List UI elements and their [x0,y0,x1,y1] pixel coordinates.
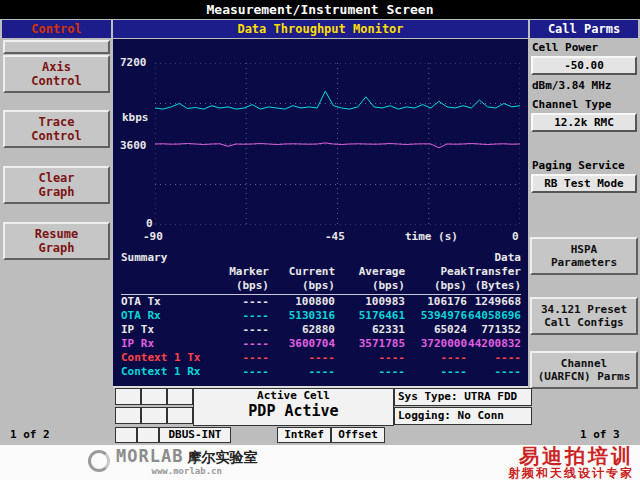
annunciator-box [137,427,159,443]
throughput-graph-panel: 7200 kbps 3600 0 -90 -45 time (s) 0 Summ… [113,39,528,388]
row-average: 5176461 [335,309,405,323]
table-header-row: Summary Marker (bps) Current (bps) Avera… [121,251,521,295]
channel-uarfcn-parms-button[interactable]: Channel (UARFCN) Parms [530,351,638,389]
row-transfer: 1249668 [467,295,521,309]
table-row: Context 1 Tx ---- ---- ---- ---- ---- [121,351,521,365]
hspa-parameters-button[interactable]: HSPA Parameters [530,237,638,275]
table-row: IP Tx ---- 62880 62331 65024 771352 [121,323,521,337]
row-peak: ---- [405,351,467,365]
channel-type-label: Channel Type [532,98,611,111]
morlab-logo-icon [88,450,110,472]
morlab-watermark: MORLAB 摩尔实验室 www.morlab.cn [88,447,257,477]
sys-type-box: Sys Type: UTRA FDD [394,388,532,406]
annunciator-box [115,388,141,405]
watermark-strip: MORLAB 摩尔实验室 www.morlab.cn 易迪拍培训 射频和天线设计… [0,445,640,480]
red-watermark: 易迪拍培训 射频和天线设计专家 [508,446,634,480]
row-marker: ---- [219,365,269,379]
annunciator-box [167,388,193,405]
row-current: ---- [269,351,335,365]
x-tick-0: 0 [512,231,519,243]
average-header: Average (bps) [335,265,405,293]
row-current: ---- [269,365,335,379]
y-tick-0: 0 [146,218,153,230]
red-watermark-line1: 易迪拍培训 [508,446,634,467]
resume-graph-button[interactable]: Resume Graph [3,222,110,260]
row-average: 62331 [335,323,405,337]
throughput-plot [155,63,520,225]
morlab-chinese-name: 摩尔实验室 [187,448,257,466]
y-tick-7200: 7200 [120,57,147,69]
annunciator-box [115,407,141,424]
summary-header: Summary [121,251,219,265]
row-marker: ---- [219,309,269,323]
row-transfer: 44200832 [467,337,521,351]
morlab-url: www.morlab.cn [116,466,257,477]
row-average: ---- [335,365,405,379]
channel-type-value[interactable]: 12.2k RMC [531,113,637,132]
marker-header: Marker (bps) [219,265,269,293]
left-page-indicator: 1 of 2 [10,428,50,441]
row-average: 3571785 [335,337,405,351]
morlab-name: MORLAB [116,447,183,465]
left-menu-header: Control [2,20,111,38]
paging-service-label: Paging Service [532,159,625,172]
screen-title: Measurement/Instrument Screen [0,0,640,19]
plot-area [155,63,520,225]
monitor-title: Data Throughput Monitor [113,20,528,38]
axis-control-button[interactable]: Axis Control [3,55,110,93]
row-peak: 65024 [405,323,467,337]
pdp-state: PDP Active [194,402,393,421]
row-peak: 5394976 [405,309,467,323]
cell-power-value[interactable]: -50.00 [531,56,637,75]
call-status-box: Active Cell PDP Active [193,388,394,426]
row-peak: 106176 [405,295,467,309]
y-axis-unit: kbps [122,112,149,124]
row-transfer: ---- [467,365,521,379]
annunciator-box [141,407,167,424]
preset-call-configs-button[interactable]: 34.121 Preset Call Configs [530,297,638,335]
active-cell-label: Active Cell [194,389,393,402]
row-label: IP Tx [121,323,219,337]
transfer-header: Data Transfer (Bytes) [467,251,521,293]
annunciator-box [167,407,193,424]
row-label: OTA Rx [121,309,219,323]
x-tick--45: -45 [325,231,345,243]
left-softkey-blank[interactable] [3,40,110,54]
current-header: Current (bps) [269,265,335,293]
trace-control-button[interactable]: Trace Control [3,110,110,148]
instrument-screen: Measurement/Instrument Screen Control Da… [0,0,640,480]
peak-header: Peak (bps) [405,265,467,293]
right-page-indicator: 1 of 3 [580,428,620,441]
row-label: Context 1 Tx [121,351,219,365]
row-label: OTA Tx [121,295,219,309]
cell-power-label: Cell Power [532,41,598,54]
red-watermark-line2: 射频和天线设计专家 [508,467,634,480]
table-row: IP Rx ---- 3600704 3571785 3720000 44200… [121,337,521,351]
row-transfer: 771352 [467,323,521,337]
annunciator-box [141,388,167,405]
row-average: 100983 [335,295,405,309]
table-row: OTA Tx ---- 100800 100983 106176 1249668 [121,295,521,309]
logging-status-box: Logging: No Conn [394,407,532,425]
table-row: Context 1 Rx ---- ---- ---- ---- ---- [121,365,521,379]
row-transfer: 64058696 [467,309,521,323]
clear-graph-button[interactable]: Clear Graph [3,166,110,204]
offset-annunciator: Offset [331,427,385,443]
right-menu-header: Call Parms [530,20,638,38]
dbus-int-annunciator: DBUS-INT [159,427,231,443]
row-current: 62880 [269,323,335,337]
row-marker: ---- [219,295,269,309]
table-row: OTA Rx ---- 5130316 5176461 5394976 6405… [121,309,521,323]
row-current: 3600704 [269,337,335,351]
row-current: 5130316 [269,309,335,323]
paging-service-value[interactable]: RB Test Mode [531,174,637,193]
row-marker: ---- [219,323,269,337]
row-peak: 3720000 [405,337,467,351]
row-label: IP Rx [121,337,219,351]
row-marker: ---- [219,351,269,365]
intref-annunciator: IntRef [277,427,331,443]
cell-power-unit: dBm/3.84 MHz [532,79,611,92]
row-peak: ---- [405,365,467,379]
row-label: Context 1 Rx [121,365,219,379]
x-axis-label: time (s) [405,231,458,243]
